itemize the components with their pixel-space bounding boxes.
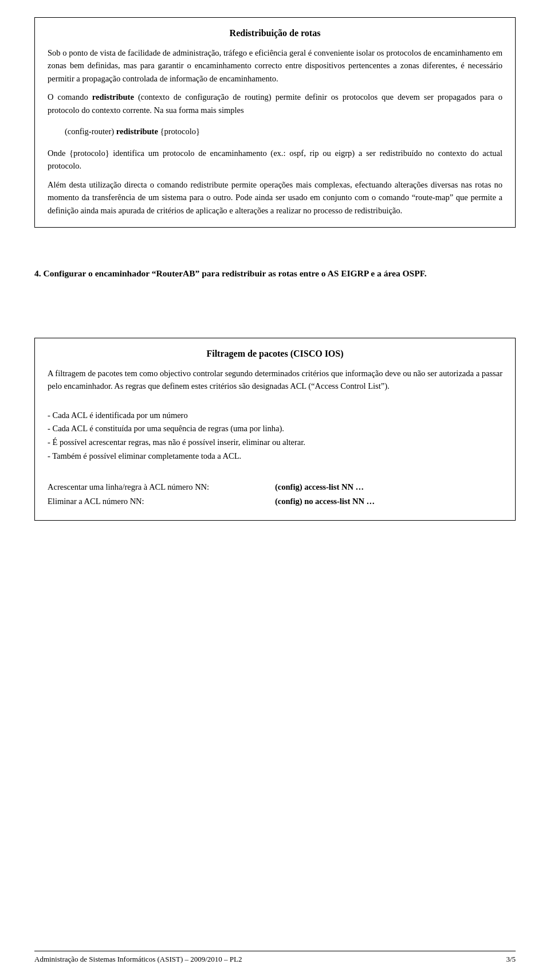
footer-right: 3/5	[506, 955, 516, 964]
redistribute-section: Redistribuição de rotas Sob o ponto de v…	[34, 17, 516, 228]
spacer-3	[34, 315, 516, 338]
small-spacer-2	[48, 463, 502, 474]
acl-commands-table: Acrescentar uma linha/regra à ACL número…	[48, 481, 502, 508]
redistribute-para-1: Sob o ponto de vista de facilidade de ad…	[48, 46, 502, 85]
filtragem-intro: A filtragem de pacotes tem como objectiv…	[48, 367, 502, 393]
list-item-2: - Cada ACL é constituída por uma sequênc…	[48, 422, 502, 436]
acl-row-2-left: Eliminar a ACL número NN:	[48, 495, 275, 508]
section-4-number: 4.	[34, 268, 44, 278]
acl-row-1: Acrescentar uma linha/regra à ACL número…	[48, 481, 502, 494]
section-4-heading: 4. Configurar o encaminhador “RouterAB” …	[34, 267, 516, 280]
redistribute-para-4: Além desta utilização directa o comando …	[48, 178, 502, 217]
acl-list: - Cada ACL é identificada por um número …	[48, 409, 502, 464]
redistribute-keyword: redistribute	[92, 92, 134, 101]
spacer-1	[34, 244, 516, 267]
spacer-2	[34, 292, 516, 315]
small-spacer-1	[48, 399, 502, 409]
acl-row-1-left: Acrescentar uma linha/regra à ACL número…	[48, 481, 275, 494]
redistribute-para-2: O comando redistribute (contexto de conf…	[48, 91, 502, 116]
acl-row-2-right: (config) no access-list NN …	[275, 495, 502, 508]
code-block: (config-router) redistribute {protocolo}	[65, 124, 502, 139]
filtragem-section-title: Filtragem de pacotes (CISCO IOS)	[48, 349, 502, 359]
page-container: Redistribuição de rotas Sob o ponto de v…	[0, 0, 550, 980]
acl-row-2: Eliminar a ACL número NN: (config) no ac…	[48, 495, 502, 508]
list-item-1: - Cada ACL é identificada por um número	[48, 409, 502, 423]
list-item-3: - É possível acrescentar regras, mas não…	[48, 436, 502, 450]
footer-left: Administração de Sistemas Informáticos (…	[34, 955, 242, 964]
redistribute-section-title: Redistribuição de rotas	[48, 28, 502, 38]
code-config-router: (config-router)	[65, 127, 116, 136]
list-item-4: - Também é possível eliminar completamen…	[48, 450, 502, 463]
redistribute-para-3: Onde {protocolo} identifica um protocolo…	[48, 147, 502, 173]
code-redistribute: redistribute	[116, 127, 158, 136]
acl-row-1-right: (config) access-list NN …	[275, 481, 502, 494]
code-protocolo: {protocolo}	[158, 127, 200, 136]
filtragem-section: Filtragem de pacotes (CISCO IOS) A filtr…	[34, 338, 516, 521]
page-footer: Administração de Sistemas Informáticos (…	[34, 951, 516, 964]
